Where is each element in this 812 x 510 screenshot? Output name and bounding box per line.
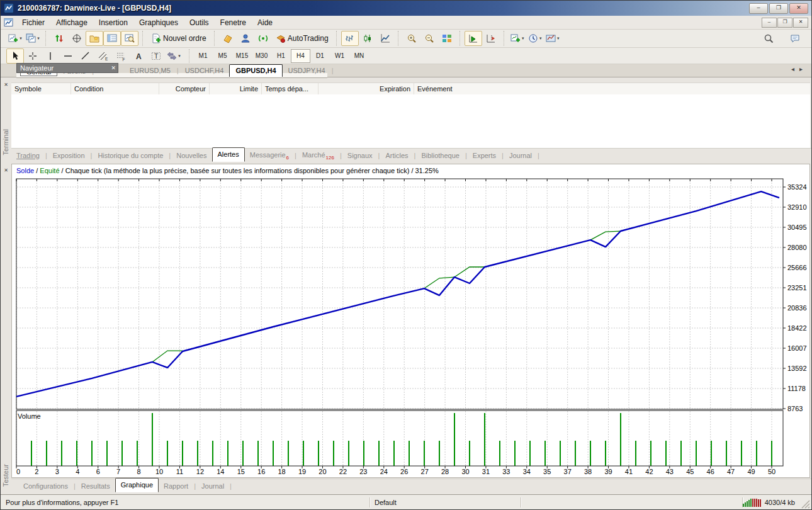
terminal-panel-button[interactable] — [103, 31, 121, 46]
terminal-tab-historique-du-compte[interactable]: Historique du compte — [93, 149, 168, 162]
search-button[interactable] — [760, 31, 777, 46]
new-order-button[interactable]: Nouvel ordre — [147, 31, 210, 46]
data-window-button[interactable] — [68, 31, 86, 46]
tab-scroll-left-icon[interactable]: ◂ — [789, 65, 797, 72]
cursor-button[interactable] — [6, 48, 24, 64]
terminal-tab-signaux[interactable]: Signaux — [342, 149, 378, 162]
shapes-button[interactable]: ▾ — [165, 48, 183, 64]
zoom-out-button[interactable] — [420, 31, 438, 46]
new-chart-button[interactable]: ▾ — [6, 31, 24, 46]
column-condition[interactable]: Condition — [71, 83, 159, 95]
candlestick-chart-button[interactable] — [359, 31, 376, 46]
terminal-tab-trading[interactable]: Trading — [11, 149, 45, 162]
terminal-tab-bibliotheque[interactable]: Bibliotheque — [416, 149, 465, 162]
fibonacci-button[interactable]: F — [112, 48, 130, 64]
signals-button[interactable] — [254, 31, 272, 46]
column-evenement[interactable]: Evénement — [414, 83, 810, 95]
status-profile[interactable]: Default — [370, 499, 521, 506]
chart-document-icon[interactable] — [4, 18, 14, 28]
timeframe-w1[interactable]: W1 — [330, 49, 349, 63]
text-label-button[interactable]: T — [147, 48, 165, 64]
menu-fichier[interactable]: Fichier — [16, 17, 50, 28]
tester-tab-graphique[interactable]: Graphique — [115, 478, 159, 492]
indicators-button[interactable]: ▾ — [509, 31, 526, 46]
bar-chart-button[interactable] — [341, 31, 359, 46]
navigator-close-icon[interactable]: ✕ — [111, 64, 116, 72]
auto-scroll-button[interactable] — [465, 31, 482, 46]
column-limite[interactable]: Limite — [210, 83, 262, 95]
navigator-floating-panel[interactable]: Navigateur ✕ — [16, 63, 118, 73]
timeframe-m30[interactable]: M30 — [252, 49, 271, 63]
terminal-tab-journal[interactable]: Journal — [504, 149, 537, 162]
terminal-tab-experts[interactable]: Experts — [468, 149, 501, 162]
metaeditor-button[interactable] — [219, 31, 237, 46]
minimize-button[interactable]: – — [749, 3, 768, 14]
strategy-tester-button[interactable] — [121, 31, 138, 46]
timeframe-m5[interactable]: M5 — [213, 49, 232, 63]
mdi-restore-button[interactable]: ❐ — [777, 18, 792, 28]
zoom-in-button[interactable] — [403, 31, 420, 46]
chart-shift-button[interactable] — [482, 31, 500, 46]
chart-tab-gbpusd-h4[interactable]: GBPUSD,H4 — [229, 64, 282, 77]
tile-windows-button[interactable] — [438, 31, 456, 46]
templates-button[interactable]: ▾ — [544, 31, 561, 46]
navigator-tab-favoris[interactable]: Favoris — [57, 73, 91, 76]
tester-tab-resultats[interactable]: Resultats — [76, 480, 115, 492]
timeframe-m15[interactable]: M15 — [232, 49, 252, 63]
chat-button[interactable] — [786, 31, 804, 46]
trendline-button[interactable] — [77, 48, 94, 64]
timeframe-h1[interactable]: H1 — [271, 49, 291, 63]
timeframe-h4[interactable]: H4 — [291, 49, 310, 63]
menu-insertion[interactable]: Insertion — [93, 17, 133, 28]
menu-aide[interactable]: Aide — [252, 17, 278, 28]
tester-close-button[interactable]: ✕ — [3, 167, 9, 174]
menu-outils[interactable]: Outils — [184, 17, 215, 28]
close-button[interactable]: ✕ — [789, 3, 808, 14]
column-compteur[interactable]: Compteur — [159, 83, 210, 95]
tester-tab-journal[interactable]: Journal — [196, 480, 229, 492]
community-button[interactable] — [237, 31, 254, 46]
chart-tab-usdjpy-h4[interactable]: USDJPY,H4 — [283, 65, 331, 77]
menu-fenetre[interactable]: Fenetre — [215, 17, 252, 28]
timeframe-d1[interactable]: D1 — [310, 49, 330, 63]
tester-graph-area[interactable]: Solde / Equité / Chaque tick (la méthode… — [11, 164, 810, 478]
periods-button[interactable]: ▾ — [526, 31, 544, 46]
alerts-table-header[interactable]: SymboleConditionCompteurLimiteTemps dépa… — [11, 82, 810, 96]
timeframe-mn[interactable]: MN — [349, 49, 369, 63]
profiles-button[interactable]: ▾ — [24, 31, 42, 46]
chart-tab-usdchf-h4[interactable]: USDCHF,H4 — [179, 65, 230, 77]
column-expiration[interactable]: Expiration — [319, 83, 414, 95]
terminal-tab-marche[interactable]: Marché126 — [297, 149, 339, 162]
chart-tab-eurusd-m5[interactable]: EURUSD,M5 — [124, 65, 176, 77]
navigator-button[interactable] — [86, 31, 103, 46]
terminal-tab-alertes[interactable]: Alertes — [212, 147, 245, 162]
tester-tab-configurations[interactable]: Configurations — [18, 480, 73, 492]
tab-scroll-right-icon[interactable]: ▸ — [797, 65, 805, 72]
crosshair-button[interactable] — [24, 48, 42, 64]
equidistant-channel-button[interactable]: E — [94, 48, 112, 64]
timeframe-m1[interactable]: M1 — [193, 49, 213, 63]
autotrading-button[interactable]: AutoTrading — [272, 31, 332, 46]
maximize-button[interactable]: ❐ — [769, 3, 788, 14]
vertical-line-button[interactable] — [42, 48, 59, 64]
column-temps-depa[interactable]: Temps dépa... — [262, 83, 319, 95]
text-button[interactable]: A — [130, 48, 147, 64]
terminal-tab-nouvelles[interactable]: Nouvelles — [171, 149, 211, 162]
tester-tab-rapport[interactable]: Rapport — [159, 480, 193, 492]
alerts-table-body[interactable] — [11, 94, 810, 149]
terminal-tab-exposition[interactable]: Exposition — [48, 149, 90, 162]
navigator-tab-general[interactable]: Général — [20, 73, 57, 76]
resize-grip[interactable] — [801, 500, 810, 509]
terminal-close-button[interactable]: ✕ — [3, 82, 9, 89]
line-chart-button[interactable] — [376, 31, 394, 46]
menu-affichage[interactable]: Affichage — [50, 17, 93, 28]
tester-graph[interactable]: 0234678101112141516181920222324262728303… — [12, 164, 811, 476]
menu-graphiques[interactable]: Graphiques — [133, 17, 184, 28]
horizontal-line-button[interactable] — [59, 48, 77, 64]
terminal-tab-messagerie[interactable]: Messagerie6 — [245, 149, 294, 162]
mdi-minimize-button[interactable]: – — [762, 18, 777, 28]
terminal-tab-articles[interactable]: Articles — [380, 149, 413, 162]
title-bar[interactable]: 2100036787: Darwinex-Live - [GBPUSD,H4] … — [1, 1, 811, 16]
column-symbole[interactable]: Symbole — [11, 83, 71, 95]
mdi-close-button[interactable]: ✕ — [793, 18, 808, 28]
